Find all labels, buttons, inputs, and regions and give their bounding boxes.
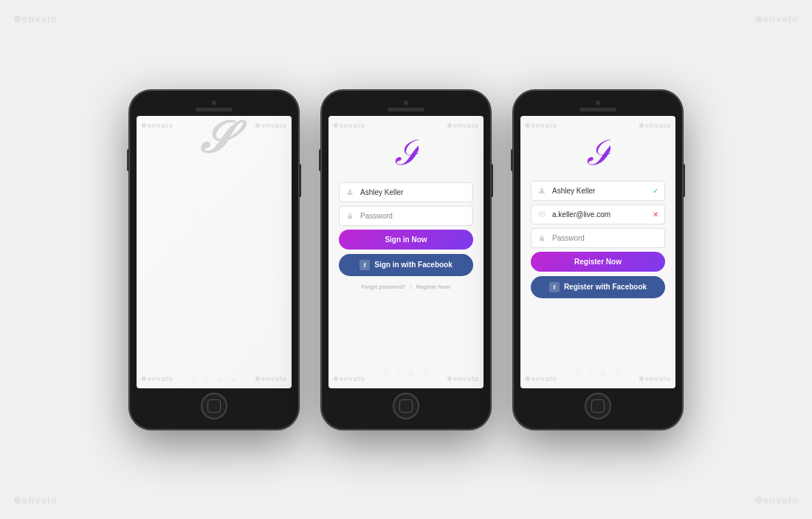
fb-icon-signin: f	[359, 260, 370, 270]
svg-rect-1	[348, 216, 352, 219]
camera-2	[404, 100, 408, 105]
home-button-2[interactable]	[393, 393, 419, 419]
social-fb-3: f	[577, 368, 579, 377]
reg-email-field[interactable]: a.keller@live.com ✕	[531, 204, 665, 224]
watermark-br: ⊕envato	[754, 495, 799, 506]
fb-icon-register: f	[549, 282, 560, 292]
home-button-inner-1	[207, 399, 221, 413]
register-logo: 𝒮	[585, 135, 610, 171]
svg-rect-3	[539, 213, 545, 217]
svg-point-0	[348, 190, 351, 193]
home-button-inner-2	[399, 399, 413, 413]
home-button-inner-3	[591, 399, 605, 413]
screen-wm-2d: ⊕envato	[447, 375, 479, 382]
splash-social: f t p v	[193, 376, 235, 388]
lock-icon	[345, 211, 354, 220]
phone-top-2	[328, 100, 484, 111]
password-placeholder: Password	[360, 212, 393, 220]
screen-wm-2b: ⊕envato	[447, 122, 479, 129]
screen-wm-2c: ⊕envato	[333, 375, 365, 382]
screen-wm-3b: ⊕envato	[639, 122, 671, 129]
social-pi: p	[218, 376, 222, 384]
signin-now-button[interactable]: Sign in Now	[339, 230, 473, 250]
signin-now-label: Sign in Now	[385, 236, 427, 244]
speaker-1	[196, 108, 233, 111]
svg-point-2	[540, 188, 543, 191]
reg-lock-icon	[537, 233, 546, 242]
screen-wm-1c: ⊕envato	[141, 375, 173, 382]
social-pi-2: p	[410, 368, 414, 377]
register-facebook-label: Register with Facebook	[564, 283, 647, 291]
phone-top-1	[137, 100, 292, 111]
signin-footer: Forgot password? | Register Now!	[361, 283, 450, 290]
splash-screen: ⊕envato ⊕envato 𝒮 f t p v ⊕envato ⊕envat…	[137, 116, 292, 388]
reg-username-value: Ashley Keller	[552, 187, 595, 195]
signin-logo: 𝒮	[393, 135, 419, 171]
phone-top-3	[520, 100, 675, 111]
screen-wm-3c: ⊕envato	[525, 375, 557, 382]
reg-mail-icon	[537, 210, 546, 219]
screen-wm-1a: ⊕envato	[141, 122, 173, 129]
social-vi-2: v	[424, 368, 427, 377]
signin-facebook-label: Sign in with Facebook	[374, 261, 453, 269]
register-now-label: Register Now	[574, 258, 622, 266]
reg-username-check: ✓	[653, 187, 658, 195]
camera-3	[596, 100, 600, 105]
splash-logo: 𝒮	[199, 116, 230, 160]
speaker-3	[579, 108, 616, 111]
password-field[interactable]: Password	[339, 206, 473, 226]
forgot-password-link[interactable]: Forgot password?	[361, 283, 405, 290]
watermark-tl: ⊕envato	[13, 13, 58, 24]
watermark-tr: ⊕envato	[754, 13, 799, 24]
social-fb-2: f	[385, 368, 387, 377]
register-social: f t p v	[577, 368, 619, 381]
social-tw: t	[205, 376, 207, 384]
social-pi-3: p	[602, 368, 606, 377]
screen-wm-3a: ⊕envato	[525, 122, 557, 129]
username-value: Ashley Keller	[360, 188, 403, 196]
phone-2: ⊕envato ⊕envato 𝒮 Ashley Keller Password…	[321, 90, 491, 430]
register-now-link[interactable]: Register Now!	[416, 283, 450, 290]
reg-email-check: ✕	[653, 210, 658, 219]
reg-password-field[interactable]: Password	[531, 228, 665, 248]
signin-facebook-button[interactable]: f Sign in with Facebook	[339, 254, 473, 276]
register-facebook-button[interactable]: f Register with Facebook	[531, 276, 665, 298]
phone-1: ⊕envato ⊕envato 𝒮 f t p v ⊕envato ⊕envat…	[129, 90, 299, 430]
reg-username-field[interactable]: Ashley Keller ✓	[531, 181, 665, 201]
social-tw-2: t	[397, 368, 399, 377]
signin-screen: ⊕envato ⊕envato 𝒮 Ashley Keller Password…	[328, 116, 484, 388]
screen-wm-3d: ⊕envato	[639, 375, 671, 382]
reg-password-placeholder: Password	[552, 234, 585, 242]
speaker-2	[388, 108, 424, 111]
social-vi: v	[232, 376, 235, 384]
home-button-3[interactable]	[585, 393, 611, 419]
username-field[interactable]: Ashley Keller	[339, 182, 473, 202]
svg-rect-4	[540, 238, 544, 241]
footer-separator: |	[410, 283, 411, 290]
home-button-1[interactable]	[201, 393, 227, 419]
social-fb: f	[193, 376, 195, 384]
watermark-bl: ⊕envato	[13, 495, 58, 506]
camera-1	[212, 100, 216, 105]
user-icon	[345, 188, 354, 196]
social-tw-3: t	[589, 368, 591, 377]
screen-wm-2a: ⊕envato	[333, 122, 365, 129]
register-screen: ⊕envato ⊕envato 𝒮 Ashley Keller ✓ a.kell…	[520, 116, 675, 388]
signin-social: f t p v	[385, 368, 427, 381]
reg-email-value: a.keller@live.com	[552, 210, 610, 219]
screen-wm-1d: ⊕envato	[255, 375, 287, 382]
screen-wm-1b: ⊕envato	[255, 122, 287, 129]
social-vi-3: v	[616, 368, 619, 377]
register-now-button[interactable]: Register Now	[531, 252, 665, 272]
reg-user-icon	[537, 186, 546, 195]
phone-3: ⊕envato ⊕envato 𝒮 Ashley Keller ✓ a.kell…	[513, 90, 683, 430]
